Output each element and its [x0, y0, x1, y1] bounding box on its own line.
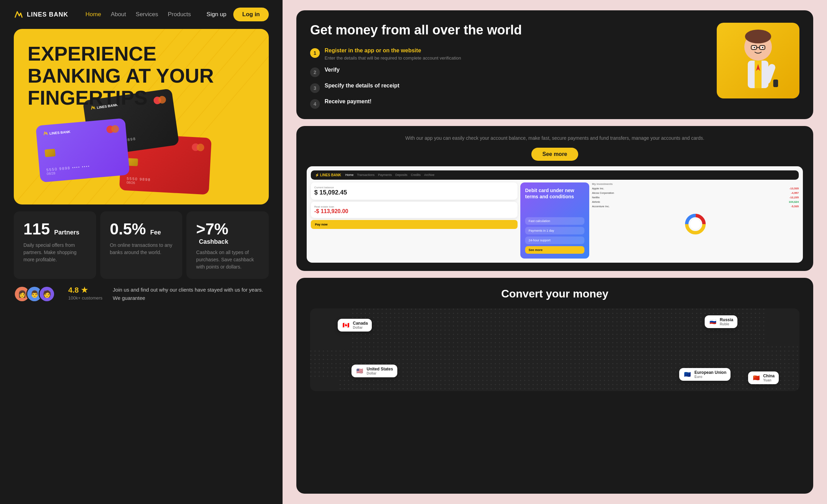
flag-china: 🇨🇳: [752, 375, 760, 381]
eu-info: European Union Euro: [694, 370, 726, 379]
china-name: China: [763, 374, 775, 378]
nav-links: Home About Services Products: [85, 11, 191, 18]
promo-btn-more[interactable]: See more: [525, 246, 584, 254]
inv-netflix: Netflix -12,235: [592, 196, 799, 199]
china-sub: Yuan: [763, 378, 775, 382]
inv-accenture: Accenture Inc. -5,535: [592, 205, 799, 208]
badge-china: 🇨🇳 China Yuan: [748, 371, 779, 384]
brand-logo[interactable]: LINES BANK: [14, 10, 68, 19]
signup-button[interactable]: Sign up: [206, 11, 226, 18]
app-nav-payments[interactable]: Payments: [378, 173, 392, 177]
convert-title: Convert your money: [310, 287, 799, 300]
step-num-2: 2: [310, 67, 320, 77]
step-4: 4 Receive payment!: [310, 98, 706, 109]
step-content-3: Specify the details of receipt: [325, 83, 399, 89]
app-nav-home[interactable]: Home: [345, 173, 354, 177]
nav-products[interactable]: Products: [168, 11, 191, 18]
hero-section: .hl{stroke:#e6a800;stroke-width:2;opacit…: [14, 29, 269, 204]
step-2: 2 Verify: [310, 67, 706, 77]
app-left-col: Current balance $ 15,092.45 Real estate …: [311, 182, 518, 259]
nav-about[interactable]: About: [111, 11, 126, 18]
usa-sub: Dollar: [367, 371, 393, 375]
step-title-2: Verify: [325, 67, 340, 73]
nav-home[interactable]: Home: [85, 11, 101, 18]
badge-usa: 🇺🇸 United States Dollar: [351, 365, 397, 377]
flag-eu: 🇪🇺: [683, 371, 692, 377]
app-screenshot: ⚡ LINES BANK Home Transactions Payments …: [307, 166, 803, 263]
step-num-1: 1: [310, 48, 320, 58]
balance-amount: $ 15,092.45: [314, 189, 514, 196]
stat-fee: 0.5% Fee On online transactions to any b…: [100, 211, 183, 279]
customer-count: 100k+ customers: [68, 295, 102, 301]
step-title-1: Register in the app or on the website: [325, 48, 461, 54]
inv-airbnb: Airbnb 104,624: [592, 200, 799, 203]
step-num-3: 3: [310, 83, 320, 93]
badge-russia: 🇷🇺 Russia Ruble: [705, 315, 737, 328]
step-content-4: Receive payment!: [325, 98, 371, 105]
testimonial-text: Join us and find out why our clients hav…: [113, 286, 269, 302]
stat-desc-partners: Daily special offers from partners. Make…: [23, 242, 86, 263]
step-content-2: Verify: [325, 67, 340, 73]
app-balance-card: Current balance $ 15,092.45: [311, 182, 518, 200]
get-money-right: [717, 23, 799, 109]
badge-canada: 🇨🇦 Canada Dollar: [338, 319, 372, 332]
rating-value: 4.8 ★: [68, 286, 102, 295]
world-map: 🇨🇦 Canada Dollar 🇺🇸 United States Dollar…: [310, 308, 799, 391]
usa-name: United States: [367, 367, 393, 371]
testimonial-row: 👩 👨 🧑 4.8 ★ 100k+ customers Join us and …: [14, 286, 269, 302]
app-nav-deposits[interactable]: Deposits: [395, 173, 407, 177]
usa-info: United States Dollar: [367, 367, 393, 375]
stat-label-fee: Fee: [150, 229, 161, 236]
promo-btn-pay[interactable]: Payments in 1 day: [525, 227, 584, 234]
svg-point-25: [690, 219, 701, 229]
badge-eu: 🇪🇺 European Union Euro: [679, 368, 731, 381]
svg-rect-21: [773, 80, 778, 87]
stat-number-partners: 115: [23, 220, 50, 238]
flag-usa: 🇺🇸: [356, 368, 364, 374]
app-nav-transactions[interactable]: Transactions: [357, 173, 375, 177]
flag-canada: 🇨🇦: [342, 322, 350, 328]
login-button[interactable]: Log in: [233, 8, 269, 21]
app-right-col: My investments Apple Inc. -13,535 Alcoa …: [592, 182, 799, 259]
china-info: China Yuan: [763, 374, 775, 382]
nav-services[interactable]: Services: [136, 11, 158, 18]
flag-russia: 🇷🇺: [709, 318, 717, 325]
stat-desc-cashback: Cashback on all types of purchases. Save…: [196, 249, 259, 271]
app-loan-card: Real estate loan -$ 113,920.00: [311, 202, 518, 218]
left-panel: LINES BANK Home About Services Products …: [0, 0, 283, 504]
see-more-button[interactable]: See more: [531, 148, 578, 161]
pay-now-button[interactable]: Pay now: [311, 220, 518, 229]
svg-point-12: [754, 47, 755, 48]
app-nav-links: Home Transactions Payments Deposits Cred…: [345, 173, 435, 177]
canada-sub: Dollar: [353, 326, 368, 329]
stats-section: 115 Partners Daily special offers from p…: [14, 211, 269, 279]
inv-alcoa: Alcoa Corporation -4,957: [592, 191, 799, 195]
stat-label-partners: Partners: [54, 229, 79, 236]
step-desc-1: Enter the details that will be required …: [325, 55, 461, 62]
get-money-title: Get money from all over the world: [310, 23, 706, 38]
steps-list: 1 Register in the app or on the website …: [310, 48, 706, 109]
russia-name: Russia: [720, 317, 733, 322]
svg-rect-30: [765, 308, 799, 343]
promo-btn-calc[interactable]: Fast calculation: [525, 217, 584, 225]
card-purple: LINES BANK 5550 9898 •••• •••• 08/28: [35, 118, 130, 182]
loan-label: Real estate loan: [314, 205, 514, 208]
balance-label: Current balance: [314, 186, 514, 189]
app-center-col: Debit card under new terms and condition…: [520, 182, 589, 259]
loan-amount: -$ 113,920.00: [314, 208, 514, 214]
app-logo: ⚡ LINES BANK: [315, 173, 341, 177]
character-illustration: [717, 23, 799, 98]
navbar: LINES BANK Home About Services Products …: [0, 0, 283, 29]
svg-point-9: [745, 30, 771, 43]
convert-section: Convert your money 🇨🇦 Canada: [296, 278, 813, 494]
app-nav-archive[interactable]: Archive: [424, 173, 435, 177]
stat-number-cashback: >7%: [196, 220, 228, 238]
app-nav-bar: ⚡ LINES BANK Home Transactions Payments …: [311, 170, 799, 180]
app-nav-credits[interactable]: Credits: [411, 173, 421, 177]
promo-btn-support[interactable]: 24-hour support: [525, 237, 584, 244]
card-logo-purple: LINES BANK: [43, 129, 71, 136]
chip-purple: [44, 149, 55, 157]
app-preview-text: With our app you can easily check your a…: [307, 134, 803, 142]
promo-title: Debit card under new terms and condition…: [525, 187, 584, 200]
stat-partners: 115 Partners Daily special offers from p…: [14, 211, 96, 279]
